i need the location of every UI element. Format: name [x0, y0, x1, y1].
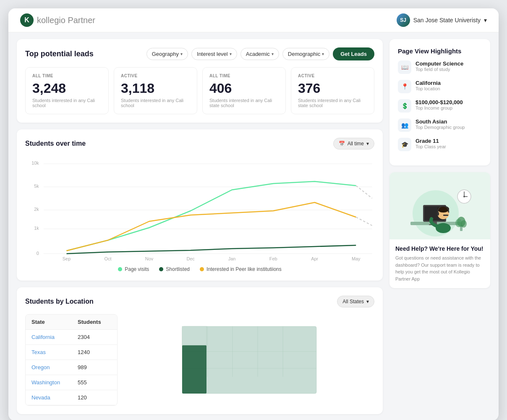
filters-area: Geography ▾ Interest level ▾ Academic ▾: [146, 47, 374, 60]
page-view-card: Page View Highlights 📖 Computer Science …: [389, 39, 490, 165]
header: K kollegio Partner SJ San Jose State Uni…: [8, 8, 499, 32]
svg-rect-36: [437, 212, 439, 215]
highlight-item-4: 🎓 Grade 11 Top Class year: [398, 138, 482, 151]
state-count: 555: [78, 379, 111, 386]
logo-text: kollegio Partner: [37, 16, 95, 25]
legend-dot-page-visits: [118, 267, 122, 271]
location-card: Students by Location All States ▾ State …: [17, 287, 383, 414]
help-illustration: [389, 172, 490, 239]
chevron-down-icon: ▾: [230, 52, 232, 56]
help-card: Need Help? We're Here for You! Got quest…: [389, 172, 490, 288]
geography-filter[interactable]: Geography ▾: [146, 48, 188, 60]
state-name: California: [31, 334, 78, 340]
location-content: State Students California 2304 Texas 124…: [25, 314, 374, 406]
state-name: Texas: [31, 349, 78, 355]
highlight-item-2: 💲 $100,000-$120,000 Top Income group: [398, 99, 482, 113]
svg-text:Dec: Dec: [186, 257, 194, 261]
university-selector[interactable]: SJ San Jose State Univeristy ▾: [397, 13, 487, 27]
chart-card: Students over time 📅 All time ▾ 10k 5k 2…: [17, 129, 383, 281]
legend-label-page-visits: Page visits: [125, 266, 149, 272]
svg-point-45: [461, 220, 467, 228]
svg-text:Feb: Feb: [269, 257, 277, 261]
university-name: San Jose State Univeristy: [413, 17, 481, 24]
demographic-icon: 👥: [398, 118, 411, 132]
app-window: K kollegio Partner SJ San Jose State Uni…: [8, 8, 499, 420]
svg-text:1k: 1k: [34, 226, 39, 230]
support-illustration: [398, 173, 482, 239]
svg-rect-26: [182, 326, 206, 345]
svg-text:Apr: Apr: [311, 257, 319, 261]
stat-desc-2: Students interested in any Cali state sc…: [209, 98, 279, 108]
help-title: Need Help? We're Here for You!: [395, 245, 484, 252]
svg-text:10k: 10k: [31, 161, 39, 165]
table-row: Washington 555: [26, 375, 117, 390]
stat-badge-3: ACTIVE: [298, 74, 367, 78]
highlight-main-0: Computer Science: [416, 60, 463, 67]
chevron-down-icon: ▾: [366, 141, 369, 147]
svg-text:Nov: Nov: [145, 257, 154, 261]
state-col-header: State: [31, 319, 78, 325]
stat-card-1: ACTIVE 3,118 Students interested in any …: [114, 67, 197, 114]
left-column: Top potential leads Geography ▾ Interest…: [17, 39, 383, 414]
dollar-icon: 💲: [398, 99, 411, 113]
legend-page-visits: Page visits: [118, 266, 149, 272]
table-row: Oregon 989: [26, 360, 117, 375]
state-name: Oregon: [31, 364, 78, 370]
highlight-sub-4: Top Class year: [416, 144, 446, 149]
students-col-header: Students: [78, 319, 111, 325]
legend-dot-shortlisted: [159, 267, 163, 271]
svg-text:Oct: Oct: [105, 257, 112, 261]
table-row: Nevada 120: [26, 390, 117, 405]
legend-label-shortlisted: Shortlisted: [166, 266, 190, 272]
page-view-title: Page View Highlights: [398, 47, 482, 55]
svg-text:Sep: Sep: [63, 257, 71, 261]
state-count: 989: [78, 364, 111, 370]
all-states-button[interactable]: All States ▾: [337, 296, 374, 307]
stat-number-2: 406: [209, 81, 279, 96]
stat-number-0: 3,248: [32, 81, 102, 96]
chevron-down-icon: ▾: [322, 52, 324, 56]
state-count: 1240: [78, 349, 111, 355]
time-filter-button[interactable]: 📅 All time ▾: [333, 138, 374, 150]
time-filter-label: All time: [348, 141, 364, 147]
chart-area: 10k 5k 2k 1k 0 Sep Oct: [25, 156, 374, 261]
book-icon: 📖: [398, 60, 411, 74]
svg-text:0: 0: [37, 251, 39, 255]
highlight-item-0: 📖 Computer Science Top field of study: [398, 60, 482, 74]
svg-text:2k: 2k: [34, 207, 39, 211]
interest-filter[interactable]: Interest level ▾: [191, 48, 237, 60]
chart-header: Students over time 📅 All time ▾: [25, 138, 374, 150]
stat-desc-1: Students interested in any Cali school: [121, 98, 190, 108]
stat-desc-3: Students interested in any Cali state sc…: [298, 98, 367, 108]
stat-desc-0: Students interested in any Cali school: [32, 98, 102, 108]
calendar-icon: 📅: [339, 141, 345, 147]
legend-label-peer: Interested in Peer like institutiions: [206, 266, 282, 272]
get-leads-button[interactable]: Get Leads: [333, 47, 374, 60]
chevron-down-icon: ▾: [366, 299, 369, 304]
all-states-label: All States: [342, 299, 364, 304]
chevron-down-icon: ▾: [484, 17, 487, 24]
stat-badge-1: ACTIVE: [121, 74, 190, 78]
chevron-down-icon: ▾: [272, 52, 274, 56]
highlight-main-4: Grade 11: [416, 138, 446, 144]
svg-rect-37: [443, 215, 448, 216]
top-leads-title: Top potential leads: [25, 50, 94, 58]
demographic-filter[interactable]: Demographic ▾: [282, 48, 329, 60]
state-table-header: State Students: [26, 315, 117, 330]
university-avatar: SJ: [397, 13, 410, 27]
stat-number-3: 376: [298, 81, 367, 96]
table-row: Texas 1240: [26, 345, 117, 360]
svg-point-35: [437, 206, 449, 213]
top-leads-header: Top potential leads Geography ▾ Interest…: [25, 47, 374, 60]
academic-filter[interactable]: Academic ▾: [240, 48, 279, 60]
highlight-main-3: South Asian: [416, 118, 465, 125]
table-row: California 2304: [26, 330, 117, 345]
stat-number-1: 3,118: [121, 81, 190, 96]
stats-grid: ALL TIME 3,248 Students interested in an…: [25, 67, 374, 114]
highlight-sub-2: Top Income group: [416, 105, 463, 110]
location-pin-icon: 📍: [398, 80, 411, 93]
logo-partner: Partner: [68, 16, 95, 25]
svg-point-33: [436, 223, 451, 233]
svg-rect-25: [182, 345, 206, 394]
us-map: [174, 318, 325, 402]
